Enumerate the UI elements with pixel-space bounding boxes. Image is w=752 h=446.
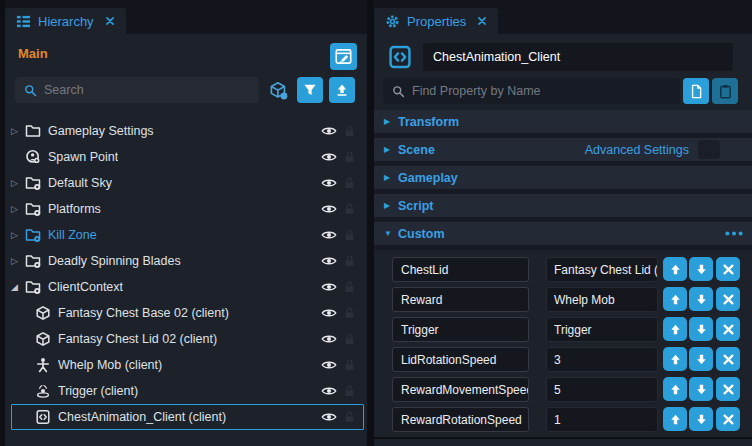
property-value-field[interactable]: Trigger bbox=[546, 317, 658, 342]
tree-row[interactable]: Whelp Mob (client) bbox=[5, 352, 367, 378]
move-down-button[interactable] bbox=[689, 287, 713, 311]
visibility-eye-icon[interactable] bbox=[321, 175, 337, 191]
tree-row[interactable]: ChestAnimation_Client (client) bbox=[5, 404, 367, 430]
expand-arrow-icon[interactable] bbox=[11, 231, 25, 240]
object-name-field[interactable]: ChestAnimation_Client bbox=[423, 43, 733, 71]
move-up-button[interactable] bbox=[663, 257, 687, 281]
visibility-eye-icon[interactable] bbox=[321, 149, 337, 165]
visibility-eye-icon[interactable] bbox=[321, 123, 337, 139]
tree-row[interactable]: Kill Zone bbox=[5, 222, 367, 248]
lock-icon[interactable] bbox=[343, 358, 356, 372]
lock-icon[interactable] bbox=[343, 202, 356, 216]
property-value-field[interactable]: 3 bbox=[546, 347, 658, 372]
delete-property-button[interactable] bbox=[716, 347, 740, 371]
move-up-button[interactable] bbox=[663, 287, 687, 311]
filter-button[interactable] bbox=[297, 77, 323, 103]
copy-properties-button[interactable] bbox=[683, 78, 709, 104]
property-section-header[interactable]: Transform bbox=[374, 110, 752, 133]
lock-icon[interactable] bbox=[343, 410, 356, 424]
tree-row[interactable]: Fantasy Chest Base 02 (client) bbox=[5, 300, 367, 326]
close-icon[interactable] bbox=[477, 16, 487, 26]
tree-row[interactable]: Trigger (client) bbox=[5, 378, 367, 404]
scene-manager-button[interactable] bbox=[330, 43, 357, 70]
property-name-field[interactable]: RewardRotationSpeed bbox=[392, 407, 529, 432]
more-options-icon[interactable] bbox=[724, 230, 744, 237]
visibility-eye-icon[interactable] bbox=[321, 331, 337, 347]
move-up-button[interactable] bbox=[663, 407, 687, 431]
close-icon[interactable] bbox=[105, 16, 115, 26]
expand-arrow-icon[interactable] bbox=[11, 127, 25, 136]
delete-property-button[interactable] bbox=[716, 257, 740, 281]
delete-x-icon bbox=[722, 263, 735, 276]
tree-row[interactable]: Default Sky bbox=[5, 170, 367, 196]
tab-hierarchy[interactable]: Hierarchy bbox=[5, 8, 126, 34]
property-value-field[interactable]: Fantasy Chest Lid ( bbox=[546, 257, 658, 282]
arrow-up-icon bbox=[669, 413, 682, 426]
item-label: Platforms bbox=[48, 202, 101, 216]
property-section-header[interactable]: Scene Advanced Settings bbox=[374, 138, 752, 161]
property-section-header[interactable]: Script bbox=[374, 194, 752, 217]
property-value-field[interactable]: 5 bbox=[546, 377, 658, 402]
delete-property-button[interactable] bbox=[716, 317, 740, 341]
visibility-eye-icon[interactable] bbox=[321, 305, 337, 321]
property-section-header[interactable]: Gameplay bbox=[374, 166, 752, 189]
tree-row[interactable]: ClientContext bbox=[5, 274, 367, 300]
advanced-settings-link[interactable]: Advanced Settings bbox=[585, 143, 689, 157]
group-mode-button[interactable] bbox=[265, 77, 291, 103]
visibility-eye-icon[interactable] bbox=[321, 279, 337, 295]
visibility-eye-icon[interactable] bbox=[321, 253, 337, 269]
tree-row[interactable]: Platforms bbox=[5, 196, 367, 222]
lock-icon[interactable] bbox=[343, 228, 356, 242]
tree-row[interactable]: Deadly Spinning Blades bbox=[5, 248, 367, 274]
property-name-field[interactable]: LidRotationSpeed bbox=[392, 347, 529, 372]
move-down-button[interactable] bbox=[689, 377, 713, 401]
tree-row[interactable]: Spawn Point bbox=[5, 144, 367, 170]
visibility-eye-icon[interactable] bbox=[321, 383, 337, 399]
expand-arrow-icon[interactable] bbox=[11, 205, 25, 214]
move-down-button[interactable] bbox=[689, 347, 713, 371]
visibility-eye-icon[interactable] bbox=[321, 227, 337, 243]
expand-arrow-icon[interactable] bbox=[11, 257, 25, 266]
lock-icon[interactable] bbox=[343, 332, 356, 346]
tree-row[interactable]: Gameplay Settings bbox=[5, 118, 367, 144]
property-name-field[interactable]: RewardMovementSpeed bbox=[392, 377, 529, 402]
tree-row[interactable]: Fantasy Chest Lid 02 (client) bbox=[5, 326, 367, 352]
expand-arrow-icon[interactable] bbox=[11, 283, 25, 292]
lock-icon[interactable] bbox=[343, 176, 356, 190]
arrow-down-icon bbox=[695, 293, 708, 306]
move-up-button[interactable] bbox=[663, 317, 687, 341]
tab-properties[interactable]: Properties bbox=[374, 8, 498, 34]
section-arrow-icon bbox=[384, 146, 398, 154]
visibility-eye-icon[interactable] bbox=[321, 357, 337, 373]
lock-icon[interactable] bbox=[343, 150, 356, 164]
lock-icon[interactable] bbox=[343, 124, 356, 138]
visibility-eye-icon[interactable] bbox=[321, 201, 337, 217]
expand-arrow-icon[interactable] bbox=[11, 179, 25, 188]
search-input[interactable]: Search bbox=[15, 77, 259, 103]
lock-icon[interactable] bbox=[343, 254, 356, 268]
move-up-button[interactable] bbox=[663, 347, 687, 371]
property-value-field[interactable]: Whelp Mob bbox=[546, 287, 658, 312]
property-section-header[interactable]: Custom bbox=[374, 222, 752, 245]
move-down-button[interactable] bbox=[689, 317, 713, 341]
property-name-field[interactable]: Reward bbox=[392, 287, 529, 312]
lock-icon[interactable] bbox=[343, 306, 356, 320]
move-down-button[interactable] bbox=[689, 257, 713, 281]
delete-property-button[interactable] bbox=[716, 377, 740, 401]
lock-icon[interactable] bbox=[343, 280, 356, 294]
advanced-settings-checkbox[interactable] bbox=[698, 140, 720, 159]
paste-properties-button[interactable] bbox=[712, 78, 738, 104]
lock-icon[interactable] bbox=[343, 384, 356, 398]
property-name-field[interactable]: Trigger bbox=[392, 317, 529, 342]
find-property-input[interactable]: Find Property by Name bbox=[383, 78, 680, 104]
property-name-field[interactable]: ChestLid bbox=[392, 257, 529, 282]
export-button[interactable] bbox=[329, 77, 355, 103]
section-label: Gameplay bbox=[398, 171, 458, 185]
move-up-button[interactable] bbox=[663, 377, 687, 401]
cube-badge-icon bbox=[269, 81, 288, 100]
delete-property-button[interactable] bbox=[716, 407, 740, 431]
delete-property-button[interactable] bbox=[716, 287, 740, 311]
visibility-eye-icon[interactable] bbox=[321, 409, 337, 425]
move-down-button[interactable] bbox=[689, 407, 713, 431]
property-value-field[interactable]: 1 bbox=[546, 407, 658, 432]
